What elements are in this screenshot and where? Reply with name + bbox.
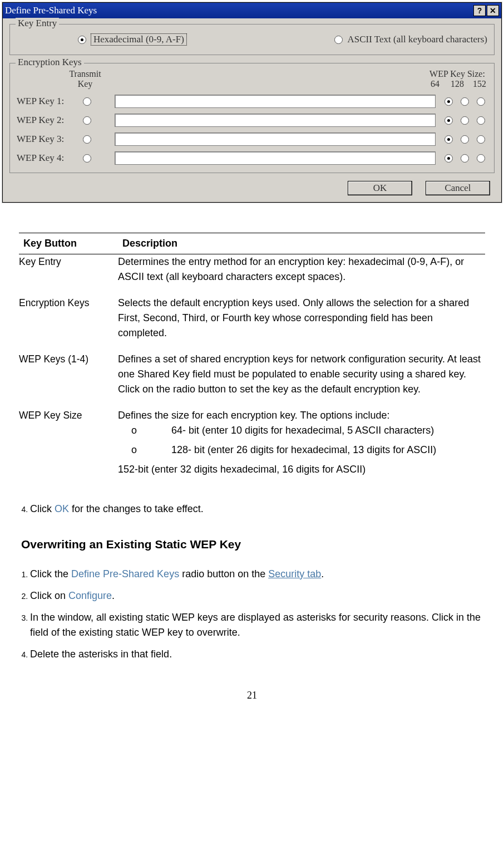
- table-row: Key Entry Determines the entry method fo…: [19, 254, 485, 296]
- description-table: Key Button Description Key Entry Determi…: [19, 233, 485, 488]
- titlebar[interactable]: Define Pre-Shared Keys ? ✕: [3, 3, 501, 18]
- overwrite-steps: Click the Define Pre-Shared Keys radio b…: [19, 563, 485, 665]
- wep-key-4-label: WEP Key 4:: [17, 153, 72, 164]
- transmit-key-3-radio[interactable]: [83, 135, 91, 144]
- wep-key-4-size-152[interactable]: [477, 154, 485, 163]
- wep-key-1-size-152[interactable]: [477, 97, 485, 106]
- transmit-key-header: Transmit Key: [61, 69, 109, 89]
- encryption-keys-group: Encryption Keys Transmit Key WEP Key Siz…: [9, 63, 495, 173]
- wep-key-1-input[interactable]: [115, 95, 436, 108]
- table-row: WEP Key Size Defines the size for each e…: [19, 408, 485, 488]
- wep-key-3-size-64[interactable]: [444, 135, 453, 144]
- wep-key-1-size-128[interactable]: [461, 97, 469, 106]
- th-description: Description: [118, 233, 485, 254]
- ow-step-1: Click the Define Pre-Shared Keys radio b…: [30, 563, 485, 585]
- wep-key-2-size-64[interactable]: [444, 116, 453, 125]
- wep-key-1-size-64[interactable]: [444, 97, 453, 106]
- section-heading: Overwriting an Existing Static WEP Key: [19, 535, 485, 553]
- ow-step-2: Click on Configure.: [30, 585, 485, 607]
- wep-key-3-size-152[interactable]: [477, 135, 485, 144]
- document-body: Key Button Description Key Entry Determi…: [0, 203, 504, 665]
- row-key-entry-desc: Determines the entry method for an encry…: [118, 254, 485, 296]
- transmit-key-2-radio[interactable]: [83, 116, 91, 125]
- cancel-button[interactable]: Cancel: [426, 181, 490, 195]
- close-button[interactable]: ✕: [487, 5, 499, 16]
- row-wep-key-size-desc: Defines the size for each encryption key…: [118, 408, 485, 488]
- wep-key-size-header: WEP Key Size: 64 128 152: [427, 69, 487, 89]
- wep-key-2-size-152[interactable]: [477, 116, 485, 125]
- ok-button[interactable]: OK: [348, 181, 412, 195]
- row-encryption-keys-label: Encryption Keys: [19, 296, 118, 352]
- transmit-key-1-radio[interactable]: [83, 97, 91, 106]
- key-entry-legend: Key Entry: [16, 18, 59, 29]
- row-wep-keys-desc: Defines a set of shared encryption keys …: [118, 352, 485, 408]
- step-list-top: Click OK for the changes to take effect.: [19, 498, 485, 520]
- define-psk-dialog: Define Pre-Shared Keys ? ✕ Key Entry Hex…: [2, 2, 502, 203]
- ow-step-3: In the window, all existing static WEP k…: [30, 607, 485, 643]
- wep-key-row-1: WEP Key 1:: [17, 95, 487, 108]
- key-entry-group: Key Entry Hexadecimal (0-9, A-F) ASCII T…: [9, 24, 495, 55]
- wep-key-4-input[interactable]: [115, 151, 436, 165]
- wep-key-2-input[interactable]: [115, 114, 436, 127]
- radio-hexadecimal[interactable]: [78, 36, 86, 44]
- row-wep-keys-label: WEP Keys (1-4): [19, 352, 118, 408]
- dialog-title: Define Pre-Shared Keys: [5, 5, 472, 16]
- encryption-keys-legend: Encryption Keys: [16, 57, 84, 68]
- help-button[interactable]: ?: [473, 5, 486, 16]
- row-wep-key-size-label: WEP Key Size: [19, 408, 118, 488]
- wep-key-2-size-128[interactable]: [461, 116, 469, 125]
- wep-key-row-4: WEP Key 4:: [17, 151, 487, 165]
- wep-key-3-label: WEP Key 3:: [17, 134, 72, 145]
- row-encryption-keys-desc: Selects the default encryption keys used…: [118, 296, 485, 352]
- wep-key-2-label: WEP Key 2:: [17, 115, 72, 126]
- configure-link: Configure: [68, 590, 112, 601]
- wep-key-row-2: WEP Key 2:: [17, 114, 487, 127]
- wep-key-1-label: WEP Key 1:: [17, 96, 72, 107]
- ascii-label: ASCII Text (all keyboard characters): [347, 34, 487, 45]
- page-number: 21: [0, 675, 504, 707]
- wep-key-3-size-128[interactable]: [461, 135, 469, 144]
- ow-step-4: Delete the asterisks in that field.: [30, 643, 485, 665]
- th-key-button: Key Button: [19, 233, 118, 254]
- define-psk-link: Define Pre-Shared Keys: [71, 568, 179, 579]
- wep-key-3-input[interactable]: [115, 132, 436, 146]
- wep-key-4-size-128[interactable]: [461, 154, 469, 163]
- security-tab-link[interactable]: Security tab: [268, 568, 321, 579]
- table-row: WEP Keys (1-4) Defines a set of shared e…: [19, 352, 485, 408]
- wep-key-row-3: WEP Key 3:: [17, 132, 487, 146]
- wep-key-4-size-64[interactable]: [444, 154, 453, 163]
- hexadecimal-label: Hexadecimal (0-9, A-F): [91, 33, 187, 46]
- radio-ascii[interactable]: [334, 36, 343, 44]
- transmit-key-4-radio[interactable]: [83, 154, 91, 163]
- ok-link: OK: [55, 503, 69, 514]
- step-4: Click OK for the changes to take effect.: [30, 498, 485, 520]
- row-key-entry-label: Key Entry: [19, 254, 118, 296]
- table-row: Encryption Keys Selects the default encr…: [19, 296, 485, 352]
